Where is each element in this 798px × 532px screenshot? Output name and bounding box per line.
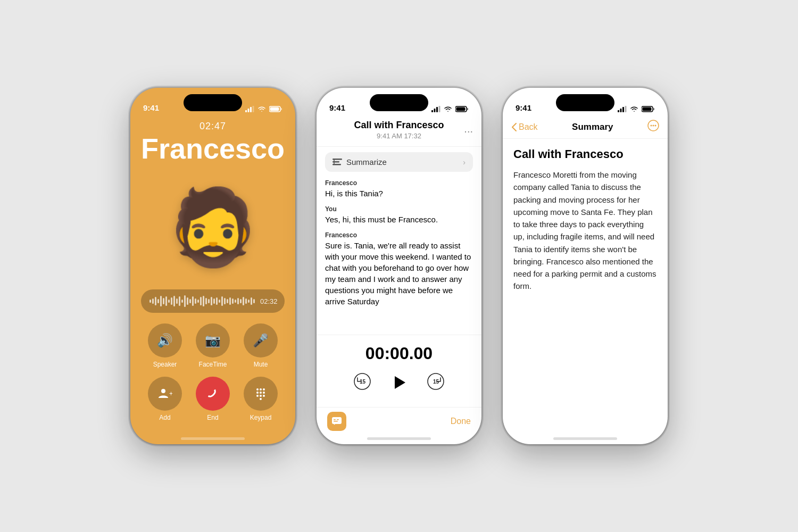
add-label: Add (159, 414, 170, 421)
svg-rect-45 (643, 107, 652, 111)
wave-bar (168, 300, 170, 303)
svg-point-15 (256, 395, 259, 397)
svg-rect-24 (467, 108, 468, 110)
rewind-button[interactable]: 15 (353, 372, 371, 393)
facetime-label: FaceTime (199, 361, 227, 368)
avatar-memoji: 🧔 (167, 190, 260, 264)
wave-bar (248, 300, 250, 303)
wave-bar (163, 298, 164, 304)
phone-end-icon (204, 385, 221, 402)
phone-summary: 9:41 (503, 88, 668, 444)
svg-point-49 (655, 125, 656, 127)
svg-rect-38 (337, 419, 339, 420)
message-sender-1: Francesco (325, 179, 473, 187)
summary-nav-title: Summary (572, 122, 613, 132)
mute-button[interactable]: 🎤 Mute (244, 323, 278, 368)
svg-marker-32 (395, 376, 405, 389)
end-button[interactable]: End (196, 377, 230, 421)
wave-bar (155, 297, 156, 305)
signal-icon-2 (431, 106, 440, 112)
wave-bar (216, 297, 218, 305)
battery-icon-3 (642, 106, 655, 112)
wave-bar (235, 300, 236, 303)
back-label: Back (519, 122, 538, 132)
svg-rect-1 (248, 109, 250, 112)
done-button[interactable]: Done (451, 417, 471, 426)
message-sender-2: You (325, 205, 473, 213)
message-text-1: Hi, is this Tania? (325, 188, 473, 199)
dynamic-island-3 (556, 94, 614, 111)
svg-rect-19 (431, 110, 433, 112)
play-button[interactable] (387, 371, 411, 394)
transcript-messages: Francesco Hi, is this Tania? You Yes, hi… (317, 177, 481, 335)
playback-controls: 15 15 (353, 371, 445, 394)
mute-icon-circle: 🎤 (244, 323, 278, 358)
wave-bar (205, 298, 207, 304)
wave-bar (152, 298, 154, 304)
more-options-icon (647, 120, 659, 131)
call-screen: ⓘ 02:47 Francesco 🧔 (130, 115, 295, 444)
svg-rect-25 (456, 107, 466, 111)
svg-rect-41 (622, 107, 624, 112)
svg-rect-0 (245, 110, 247, 112)
transcript-subtitle: 9:41 AM 17:32 (327, 132, 471, 140)
transcript-header: Call with Francesco 9:41 AM 17:32 ··· (317, 115, 481, 147)
summary-more-button[interactable] (647, 120, 659, 134)
svg-rect-40 (620, 109, 622, 112)
status-time-3: 9:41 (516, 103, 531, 112)
wave-bar (176, 298, 178, 304)
summary-title: Call with Francesco (513, 147, 657, 161)
playback-timer: 00:00.00 (365, 344, 433, 363)
speaker-button[interactable]: 🔊 Speaker (148, 323, 182, 368)
waveform-visual (149, 295, 255, 307)
svg-rect-42 (625, 106, 627, 112)
avatar-area: 🧔 (141, 164, 285, 289)
svg-point-9 (256, 388, 259, 390)
wave-bar (181, 300, 183, 303)
svg-rect-37 (334, 421, 338, 422)
wave-bar (192, 296, 194, 306)
keypad-button[interactable]: Keypad (244, 377, 278, 421)
svg-point-10 (260, 388, 262, 390)
forward-button[interactable]: 15 (427, 372, 445, 393)
waveform-bar: 02:32 (141, 289, 285, 313)
wave-bar (224, 298, 226, 304)
caller-name: Francesco (141, 133, 285, 164)
svg-text:+: + (169, 390, 172, 397)
play-icon (389, 373, 409, 392)
home-bar-1 (181, 437, 245, 440)
chat-icon (331, 417, 342, 426)
svg-point-12 (256, 392, 259, 394)
end-icon-circle (196, 377, 230, 411)
phone-transcript: 9:41 Call with Francesco 9:41 A (317, 88, 481, 444)
add-button[interactable]: + Add (148, 377, 182, 421)
wave-bar (165, 296, 167, 306)
status-time-2: 9:41 (329, 103, 345, 112)
svg-point-13 (260, 392, 262, 394)
summarize-button[interactable]: Summarize › (325, 152, 473, 172)
battery-icon-2 (455, 106, 469, 112)
wifi-icon-3 (630, 106, 638, 112)
more-options-button[interactable]: ··· (464, 125, 473, 137)
wave-bar (189, 299, 191, 303)
home-bar-2 (367, 437, 431, 440)
speaker-label: Speaker (153, 361, 177, 368)
wave-bar (160, 296, 162, 306)
back-button[interactable]: Back (511, 122, 538, 132)
wave-bar (171, 297, 172, 305)
svg-point-16 (260, 395, 262, 397)
svg-point-47 (651, 125, 652, 127)
facetime-icon-circle: 📷 (196, 323, 230, 358)
battery-icon-1 (269, 106, 282, 112)
facetime-button[interactable]: 📷 FaceTime (196, 323, 230, 368)
summary-screen: Back Summary Call with Francesco Frances… (503, 115, 668, 444)
wave-bar (195, 298, 196, 304)
message-group-2: You Yes, hi, this must be Francesco. (325, 205, 473, 225)
summary-content: Call with Francesco Francesco Moretti fr… (503, 139, 668, 437)
summary-nav: Back Summary (503, 115, 668, 139)
svg-rect-35 (332, 417, 342, 424)
chat-button[interactable] (327, 412, 346, 431)
wave-bar (240, 299, 242, 303)
dynamic-island-2 (370, 94, 428, 111)
message-group-3: Francesco Sure is. Tania, we're all read… (325, 231, 473, 307)
